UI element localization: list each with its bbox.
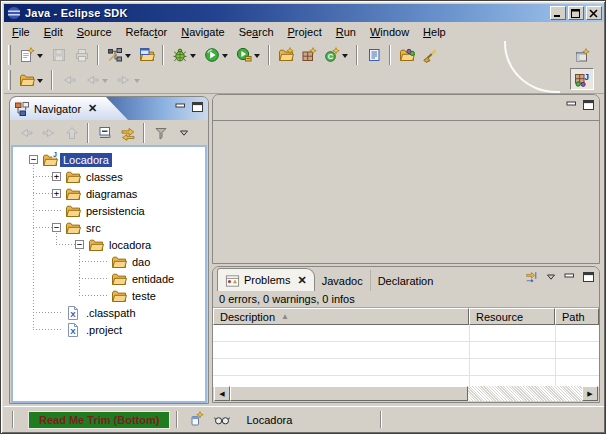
menu-window[interactable]: Window xyxy=(363,24,416,40)
window-maximize-button[interactable] xyxy=(568,6,584,20)
tree-item-teste[interactable]: teste xyxy=(13,287,205,304)
collapse-toggle[interactable]: − xyxy=(75,240,84,249)
readme-trim-button[interactable]: Read Me Trim (Bottom) xyxy=(28,411,170,429)
column-gridline xyxy=(469,325,470,387)
debug-button[interactable] xyxy=(168,44,200,66)
open-type-button[interactable] xyxy=(395,44,418,66)
expand-toggle[interactable]: + xyxy=(52,172,61,181)
folder-icon xyxy=(111,288,127,304)
dropdown-arrow-icon[interactable] xyxy=(37,79,43,86)
dropdown-arrow-icon[interactable] xyxy=(342,54,348,61)
column-header-path[interactable]: Path xyxy=(555,308,599,325)
page-new-icon xyxy=(18,47,35,64)
menu-file[interactable]: File xyxy=(5,24,37,40)
view-menu-button[interactable] xyxy=(544,271,557,283)
menu-source[interactable]: Source xyxy=(70,24,119,40)
dropdown-arrow-icon[interactable] xyxy=(37,54,43,61)
toolbar-handle[interactable] xyxy=(8,45,11,65)
menu-refactor[interactable]: Refactor xyxy=(119,24,175,40)
navigator-header: Navigator ✕ xyxy=(10,97,208,120)
column-header-resource[interactable]: Resource xyxy=(469,308,555,325)
scroll-thumb[interactable] xyxy=(230,386,468,401)
java-perspective-button[interactable]: J xyxy=(570,68,594,90)
perspective-bar: J xyxy=(560,43,602,93)
editor-area[interactable] xyxy=(212,94,600,264)
column-header-description[interactable]: Description▲ xyxy=(213,308,469,325)
status-separator xyxy=(12,411,14,428)
toolbar-handle[interactable] xyxy=(8,70,11,90)
dropdown-arrow-icon[interactable] xyxy=(125,54,131,61)
tree-connector xyxy=(33,329,62,330)
navigator-minimize-button[interactable] xyxy=(174,101,187,113)
jar-new-icon[interactable] xyxy=(188,411,206,429)
dropdown-arrow-icon[interactable] xyxy=(254,54,260,61)
scroll-right-button[interactable]: ▶ xyxy=(582,386,598,401)
tree-connector xyxy=(33,176,52,177)
new-java-project-button[interactable] xyxy=(274,44,297,66)
editor-minimize-button[interactable] xyxy=(565,99,578,111)
new-java-package-button[interactable] xyxy=(297,44,320,66)
navigator-close-icon[interactable]: ✕ xyxy=(88,102,97,115)
new-wizard-button[interactable] xyxy=(15,44,47,66)
menu-project[interactable]: Project xyxy=(281,24,329,40)
navigator-tab[interactable]: Navigator ✕ xyxy=(10,97,128,120)
save-button xyxy=(47,44,70,66)
open-wizard-button[interactable] xyxy=(135,44,158,66)
editor-maximize-button[interactable] xyxy=(582,99,595,111)
search-button[interactable] xyxy=(418,44,441,66)
minimize-button[interactable] xyxy=(563,271,576,283)
run-button[interactable] xyxy=(200,44,232,66)
tab-problems[interactable]: Problems✕ xyxy=(217,268,315,291)
tree-connector xyxy=(79,261,108,262)
expand-toggle[interactable]: + xyxy=(52,189,61,198)
collapse-all-button[interactable] xyxy=(93,122,116,144)
menu-search[interactable]: Search xyxy=(232,24,281,40)
window-close-button[interactable] xyxy=(586,6,602,20)
task-list-button[interactable] xyxy=(362,44,385,66)
menu-edit[interactable]: Edit xyxy=(37,24,70,40)
menu-help[interactable]: Help xyxy=(416,24,453,40)
tree-item-locadora[interactable]: −JLocadora xyxy=(13,151,205,168)
run-last-launched-button[interactable] xyxy=(232,44,264,66)
navigator-tab-label: Navigator xyxy=(34,103,81,115)
tree-connector xyxy=(33,193,52,194)
perspective-bar-curve xyxy=(504,41,560,93)
glasses-icon[interactable] xyxy=(214,411,232,429)
filter-button[interactable] xyxy=(149,122,172,144)
link-editor-button[interactable] xyxy=(116,122,139,144)
back-button xyxy=(80,69,112,91)
tab-close-icon[interactable]: ✕ xyxy=(297,274,306,287)
open-file-button[interactable] xyxy=(15,69,47,91)
menu-navigate[interactable]: Navigate xyxy=(174,24,231,40)
collapse-toggle[interactable]: − xyxy=(52,223,61,232)
column-label: Resource xyxy=(476,311,523,323)
scroll-left-button[interactable]: ◀ xyxy=(214,386,230,401)
tree-item-label: dao xyxy=(129,255,153,269)
collapse-toggle[interactable]: − xyxy=(29,155,38,164)
title-bar[interactable]: Java - Eclipse SDK xyxy=(4,4,604,22)
menu-run[interactable]: Run xyxy=(329,24,363,40)
filters-button[interactable] xyxy=(525,271,538,283)
tree-item-locadora[interactable]: −locadora xyxy=(13,236,205,253)
maximize-button[interactable] xyxy=(582,271,595,283)
dropdown-arrow-icon[interactable] xyxy=(222,54,228,61)
dropdown-arrow-icon[interactable] xyxy=(190,54,196,61)
tree-item-dao[interactable]: dao xyxy=(13,253,205,270)
scroll-track[interactable] xyxy=(468,386,582,401)
problems-table-body[interactable] xyxy=(213,325,599,387)
dropdown-arrow-icon[interactable] xyxy=(134,79,140,86)
hierarchy-button[interactable] xyxy=(103,44,135,66)
flashlight-icon xyxy=(421,47,438,64)
tree-item-entidade[interactable]: entidade xyxy=(13,270,205,287)
navigator-maximize-button[interactable] xyxy=(191,101,204,113)
dropdown-arrow-icon[interactable] xyxy=(102,79,108,86)
tab-declaration[interactable]: Declaration xyxy=(370,270,441,291)
window-minimize-button[interactable] xyxy=(550,6,566,20)
toolbar-separator xyxy=(97,45,99,65)
new-java-class-button[interactable]: C xyxy=(320,44,352,66)
view-menu-button[interactable] xyxy=(172,122,195,144)
tab-javadoc[interactable]: Javadoc xyxy=(315,270,370,291)
folder-icon xyxy=(111,254,127,270)
tree-connector xyxy=(56,233,57,244)
open-perspective-button[interactable] xyxy=(570,45,594,67)
